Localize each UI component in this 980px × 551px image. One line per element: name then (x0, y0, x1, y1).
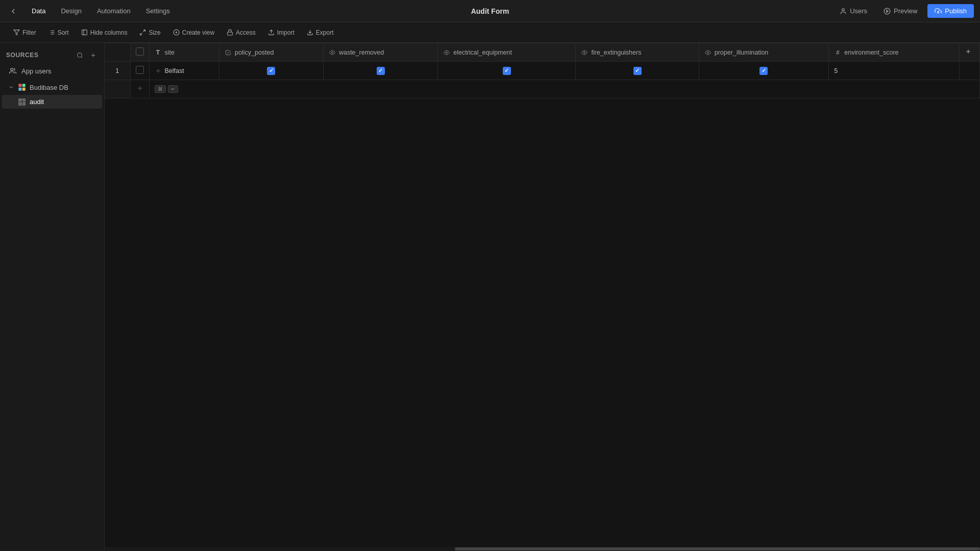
svg-point-1 (884, 8, 890, 14)
svg-point-33 (707, 52, 708, 53)
fire-checkbox-1[interactable] (633, 67, 642, 75)
publish-label: Publish (945, 7, 967, 15)
top-nav: Data Design Automation Settings Audit Fo… (0, 0, 980, 22)
eye-col-icon-fire (581, 49, 588, 56)
tab-data[interactable]: Data (24, 4, 53, 18)
import-icon (268, 29, 275, 36)
col-header-electrical-content: electrical_equipment (443, 49, 570, 56)
svg-marker-4 (14, 30, 19, 35)
user-icon (840, 8, 847, 15)
col-header-waste-removed[interactable]: waste_removed (323, 43, 437, 62)
site-value-1: Belfast (165, 67, 184, 74)
svg-rect-28 (18, 88, 21, 91)
cell-policy-posted-1[interactable] (219, 62, 324, 80)
add-row-shortcuts: ⌘ ↵ (149, 80, 980, 98)
sidebar-item-audit[interactable]: audit (2, 95, 102, 109)
col-header-electrical[interactable]: electrical_equipment (438, 43, 576, 62)
col-header-fire-content: fire_extinguishers (581, 49, 693, 56)
svg-rect-11 (82, 30, 87, 35)
row-num-1: 1 (105, 62, 130, 80)
db-header-budibase[interactable]: Budibase DB (2, 80, 102, 95)
enter-key: ↵ (168, 85, 178, 93)
svg-rect-27 (22, 84, 26, 87)
add-row-plus-icon[interactable] (136, 85, 143, 92)
cell-extra-1 (960, 62, 980, 80)
preview-icon (884, 8, 891, 15)
select-all-checkbox[interactable] (136, 47, 144, 56)
access-label: Access (236, 29, 256, 36)
preview-label: Preview (894, 7, 917, 15)
search-button[interactable] (75, 50, 85, 60)
cell-illumination-1[interactable] (699, 62, 829, 80)
size-button[interactable]: Size (134, 27, 165, 39)
plus-icon (90, 52, 96, 59)
svg-rect-18 (228, 32, 233, 35)
access-button[interactable]: Access (222, 27, 261, 39)
select-all-header[interactable] (130, 43, 149, 62)
cell-site-1[interactable]: Belfast (149, 62, 219, 80)
horizontal-scrollbar[interactable] (105, 547, 980, 551)
add-column-button[interactable] (960, 43, 980, 62)
sidebar: Sources (0, 43, 105, 551)
hide-columns-label: Hide columns (90, 29, 128, 36)
back-button[interactable] (6, 4, 20, 18)
tab-design[interactable]: Design (54, 4, 88, 18)
col-header-env-content: # environment_score (834, 49, 954, 56)
col-policy-posted-label: policy_posted (235, 49, 274, 56)
sidebar-header: Sources (0, 47, 104, 63)
eye-col-icon-electrical (443, 49, 450, 56)
create-view-button[interactable]: Create view (168, 27, 219, 39)
col-illumination-label: proper_illumination (715, 49, 769, 56)
add-row-cell[interactable] (130, 80, 149, 98)
users-button[interactable]: Users (834, 4, 873, 18)
app-users-label: App users (21, 67, 52, 75)
col-waste-removed-label: waste_removed (339, 49, 384, 56)
preview-button[interactable]: Preview (877, 4, 923, 18)
checkbox-col-icon (225, 49, 232, 56)
import-button[interactable]: Import (263, 27, 300, 39)
filter-button[interactable]: Filter (8, 27, 41, 39)
export-label: Export (316, 29, 334, 36)
svg-point-32 (584, 52, 585, 53)
db-section: Budibase DB audit (0, 79, 104, 110)
text-col-icon: T (155, 49, 162, 56)
cell-env-score-1[interactable]: 5 (829, 62, 960, 80)
svg-line-14 (140, 33, 142, 35)
publish-button[interactable]: Publish (927, 4, 974, 18)
tab-automation[interactable]: Automation (90, 4, 138, 18)
svg-point-21 (77, 53, 82, 57)
table-header-row: T site policy_posted (105, 43, 980, 62)
export-button[interactable]: Export (302, 27, 339, 39)
tab-settings[interactable]: Settings (139, 4, 177, 18)
hide-columns-icon (81, 29, 88, 36)
col-header-illumination[interactable]: proper_illumination (699, 43, 829, 62)
row-select-cell-1[interactable] (130, 62, 149, 80)
chevron-down-icon (8, 84, 14, 90)
sort-button[interactable]: Sort (43, 27, 74, 39)
policy-posted-checkbox-1[interactable] (267, 67, 275, 75)
cell-fire-1[interactable] (576, 62, 699, 80)
cell-waste-removed-1[interactable] (323, 62, 437, 80)
svg-marker-2 (887, 10, 889, 12)
col-header-site[interactable]: T site (149, 43, 219, 62)
waste-removed-checkbox-1[interactable] (377, 67, 385, 75)
hide-columns-button[interactable]: Hide columns (76, 27, 133, 39)
scrollbar-thumb[interactable] (455, 547, 980, 550)
row-checkbox-1[interactable] (136, 66, 144, 74)
table-row: 1 Belfast (105, 62, 980, 80)
table-icon (18, 98, 26, 106)
illumination-checkbox-1[interactable] (760, 67, 768, 75)
col-header-env-score[interactable]: # environment_score (829, 43, 960, 62)
sidebar-item-app-users[interactable]: App users (2, 63, 102, 79)
eye-col-icon-illumination (704, 49, 712, 56)
col-header-fire[interactable]: fire_extinguishers (576, 43, 699, 62)
import-label: Import (277, 29, 295, 36)
cell-electrical-1[interactable] (438, 62, 576, 80)
add-row-icon[interactable] (155, 67, 162, 74)
col-header-policy-posted[interactable]: policy_posted (219, 43, 324, 62)
hash-col-icon: # (834, 49, 841, 56)
nav-tabs: Data Design Automation Settings (24, 4, 177, 18)
audit-table-label: audit (30, 98, 44, 106)
electrical-checkbox-1[interactable] (503, 67, 511, 75)
add-source-button[interactable] (88, 50, 98, 60)
